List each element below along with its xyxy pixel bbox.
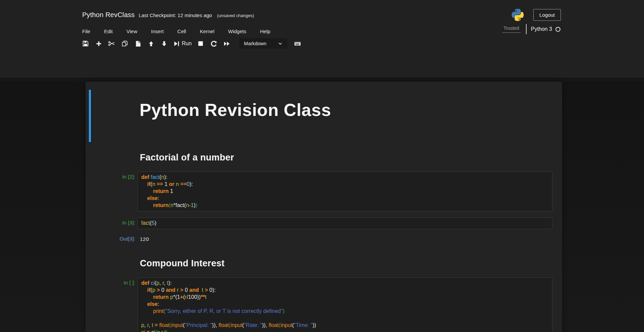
menu-row: File Edit View Insert Cell Kernel Widget…: [82, 27, 561, 34]
copy-icon[interactable]: [121, 40, 128, 47]
restart-run-all-icon[interactable]: [223, 40, 230, 47]
title-area: Python RevClass Last Checkpoint: 12 minu…: [82, 11, 254, 19]
markdown-title-cell[interactable]: Python Revision Class: [86, 90, 562, 142]
kernel-idle-icon: [555, 26, 561, 32]
run-label: Run: [182, 41, 192, 47]
add-cell-icon[interactable]: [95, 40, 102, 47]
menu-view[interactable]: View: [126, 28, 137, 34]
python-logo-icon: [512, 8, 524, 21]
section-heading-factorial[interactable]: Factorial of a number: [140, 152, 562, 163]
output-value: 120: [140, 234, 149, 242]
menu-file[interactable]: File: [82, 28, 90, 34]
input-prompt: In [2]:: [86, 172, 138, 180]
input-prompt: In [3]:: [86, 217, 138, 226]
keyboard-icon[interactable]: [294, 40, 301, 47]
notebook-title[interactable]: Python RevClass: [82, 11, 135, 19]
move-up-icon[interactable]: [148, 40, 154, 47]
code-input-area[interactable]: fact(5): [138, 217, 552, 229]
code-cell-factorial: In [2]: def fact(n): if(n == 1 or n ==0)…: [86, 172, 562, 211]
paste-icon[interactable]: [135, 40, 141, 47]
menu-kernel[interactable]: Kernel: [200, 28, 214, 34]
code-cell-compound-interest: In [ ]: def ci(p, r, t): if(p > 0 and r …: [86, 277, 562, 332]
move-down-icon[interactable]: [161, 40, 167, 47]
notebook-body: Python Revision Class Factorial of a num…: [0, 82, 644, 332]
menu-help[interactable]: Help: [260, 28, 270, 34]
cut-icon[interactable]: [108, 40, 115, 47]
code-input-area[interactable]: def fact(n): if(n == 1 or n ==0): return…: [138, 172, 552, 211]
notebook-header: Python RevClass Last Checkpoint: 12 minu…: [0, 0, 644, 78]
kernel-area: Trusted Python 3: [502, 24, 561, 34]
menu-insert[interactable]: Insert: [151, 28, 164, 34]
menu-bar: File Edit View Insert Cell Kernel Widget…: [82, 28, 284, 34]
menu-widgets[interactable]: Widgets: [228, 28, 246, 34]
section-heading-compound-interest[interactable]: Compound Interest: [140, 258, 562, 269]
chevron-down-icon: [278, 41, 283, 46]
cell-type-value: Markdown: [244, 41, 266, 46]
output-prompt: Out[3]:: [86, 234, 138, 242]
header-top-row: Python RevClass Last Checkpoint: 12 minu…: [82, 8, 561, 21]
trusted-badge[interactable]: Trusted: [502, 25, 521, 33]
menu-edit[interactable]: Edit: [104, 28, 113, 34]
code-input-area[interactable]: def ci(p, r, t): if(p > 0 and r > 0 and …: [138, 277, 552, 332]
page-title: Python Revision Class: [140, 90, 562, 120]
checkpoint-status: Last Checkpoint: 12 minutes ago: [139, 12, 212, 18]
unsaved-changes-label: (unsaved changes): [217, 13, 254, 18]
output-row: Out[3]: 120: [86, 234, 562, 242]
restart-kernel-icon[interactable]: [210, 40, 217, 47]
run-button[interactable]: Run: [174, 41, 192, 47]
selected-cell-indicator: [89, 90, 91, 142]
run-icon: [174, 41, 179, 47]
menu-cell[interactable]: Cell: [177, 28, 186, 34]
header-right: Logout: [512, 8, 561, 21]
cell-type-dropdown[interactable]: Markdown: [239, 39, 287, 49]
stop-icon[interactable]: [197, 40, 204, 47]
code-cell-fact-call: In [3]: fact(5): [86, 217, 562, 229]
save-icon[interactable]: [82, 40, 89, 47]
toolbar: Run Markdown: [82, 39, 561, 49]
logout-button[interactable]: Logout: [533, 9, 561, 21]
notebook-container: Python Revision Class Factorial of a num…: [86, 82, 562, 332]
kernel-name: Python 3: [531, 26, 552, 32]
input-prompt: In [ ]:: [86, 277, 138, 286]
kernel-divider: [526, 24, 527, 34]
